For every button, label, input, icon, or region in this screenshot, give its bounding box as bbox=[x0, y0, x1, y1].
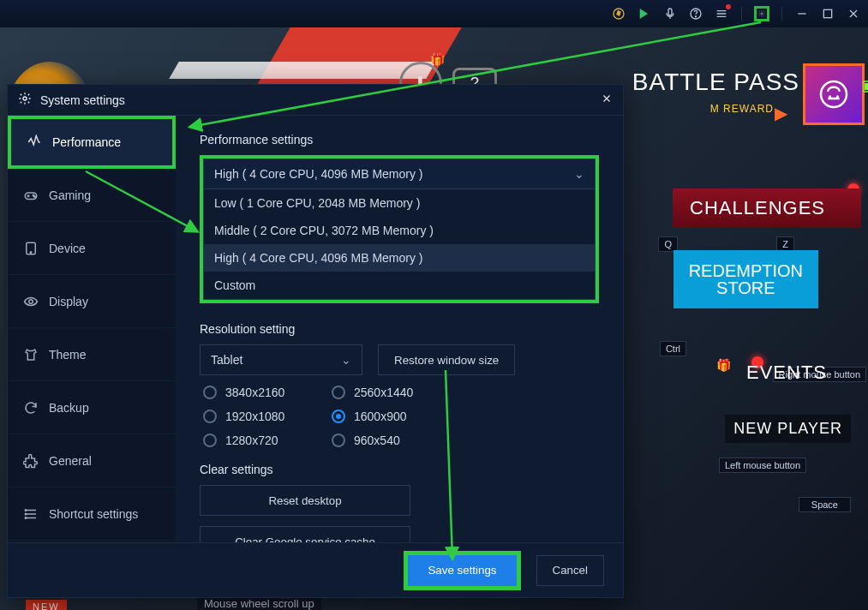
compass-icon[interactable] bbox=[611, 6, 626, 21]
resolution-1600x900[interactable]: 1600x900 bbox=[332, 410, 460, 423]
redemption-line2: STORE bbox=[716, 278, 775, 297]
sidebar-item-theme[interactable]: Theme bbox=[8, 328, 176, 381]
key-hint-space: Space bbox=[799, 497, 851, 512]
maximize-icon[interactable] bbox=[820, 6, 835, 21]
svg-point-15 bbox=[30, 251, 32, 253]
save-settings-button[interactable]: Save settings bbox=[408, 555, 516, 586]
performance-selected-label: High ( 4 Core CPU, 4096 MB Memory ) bbox=[214, 167, 423, 181]
dialog-footer: Save settings Cancel bbox=[8, 542, 623, 597]
gear-icon bbox=[18, 92, 32, 108]
performance-option-middle[interactable]: Middle ( 2 Core CPU, 3072 MB Memory ) bbox=[204, 217, 595, 244]
key-hint-ctrl: Ctrl bbox=[660, 341, 686, 356]
sidebar-item-backup[interactable]: Backup bbox=[8, 381, 176, 434]
titlebar bbox=[0, 0, 868, 27]
performance-heading: Performance settings bbox=[200, 133, 599, 147]
sidebar-item-gaming[interactable]: Gaming bbox=[8, 169, 176, 222]
resolution-radio-group: 3840x2160 2560x1440 1920x1080 1600x900 1… bbox=[203, 386, 599, 447]
gift-icon: 🎁 bbox=[430, 52, 445, 66]
svg-rect-1 bbox=[668, 9, 672, 15]
close-window-icon[interactable] bbox=[846, 6, 861, 21]
minimize-icon[interactable] bbox=[794, 6, 810, 21]
resolution-1920x1080[interactable]: 1920x1080 bbox=[203, 410, 332, 423]
sidebar-item-label: Performance bbox=[52, 135, 121, 149]
redemption-line1: REDEMPTION bbox=[689, 261, 803, 280]
sidebar-item-device[interactable]: Device bbox=[8, 222, 176, 275]
resolution-device-label: Tablet bbox=[211, 353, 242, 367]
svg-point-18 bbox=[25, 513, 27, 515]
redemption-store-panel[interactable]: REDEMPTION STORE bbox=[673, 250, 818, 308]
svg-point-16 bbox=[29, 299, 33, 303]
chevron-down-icon: ⌄ bbox=[341, 353, 351, 367]
sidebar-item-shortcut[interactable]: Shortcut settings bbox=[8, 487, 176, 541]
sidebar-item-label: Gaming bbox=[49, 188, 91, 202]
restore-window-button[interactable]: Restore window size bbox=[378, 344, 515, 375]
dialog-close-icon[interactable] bbox=[601, 93, 613, 107]
battlepass-card[interactable] bbox=[803, 63, 865, 125]
resolution-960x540[interactable]: 960x540 bbox=[332, 434, 460, 447]
challenges-panel[interactable]: CHALLENGES bbox=[673, 188, 861, 228]
gift-icon: 🎁 bbox=[716, 358, 731, 372]
dialog-title: System settings bbox=[40, 93, 125, 107]
svg-point-13 bbox=[34, 195, 36, 197]
new-badge: NEW bbox=[26, 600, 67, 610]
svg-rect-8 bbox=[865, 83, 868, 90]
performance-options-list: Low ( 1 Core CPU, 2048 MB Memory ) Middl… bbox=[203, 189, 596, 300]
reset-desktop-button[interactable]: Reset desktop bbox=[200, 485, 410, 516]
settings-gear-icon[interactable] bbox=[754, 6, 769, 21]
resolution-device-select[interactable]: Tablet ⌄ bbox=[200, 344, 362, 375]
sidebar-item-label: Display bbox=[49, 295, 88, 308]
svg-point-17 bbox=[25, 509, 27, 511]
settings-sidebar: Performance Gaming Device Display Theme … bbox=[8, 116, 176, 542]
resolution-1280x720[interactable]: 1280x720 bbox=[203, 434, 332, 447]
svg-point-19 bbox=[25, 517, 27, 518]
sidebar-item-display[interactable]: Display bbox=[8, 275, 176, 328]
newplayer-panel[interactable]: NEW PLAYER bbox=[725, 415, 851, 443]
key-hint-lmb: Left mouse button bbox=[719, 458, 806, 473]
battery-icon bbox=[863, 81, 868, 95]
sidebar-item-label: Theme bbox=[49, 348, 87, 362]
play-store-icon[interactable] bbox=[637, 6, 652, 21]
performance-selected[interactable]: High ( 4 Core CPU, 4096 MB Memory ) ⌄ bbox=[203, 158, 596, 189]
sidebar-item-general[interactable]: General bbox=[8, 434, 176, 487]
performance-option-high[interactable]: High ( 4 Core CPU, 4096 MB Memory ) bbox=[204, 244, 595, 272]
dialog-titlebar: System settings bbox=[8, 85, 623, 116]
events-panel[interactable]: EVENTS bbox=[746, 362, 827, 384]
resolution-3840x2160[interactable]: 3840x2160 bbox=[203, 386, 332, 399]
svg-point-4 bbox=[761, 13, 763, 15]
battlepass-subtitle: M REWARD bbox=[710, 103, 774, 115]
menu-icon[interactable] bbox=[714, 6, 729, 21]
system-settings-dialog: System settings Performance Gaming Devic… bbox=[7, 84, 624, 598]
svg-point-6 bbox=[821, 81, 847, 107]
performance-dropdown[interactable]: High ( 4 Core CPU, 4096 MB Memory ) ⌄ Lo… bbox=[200, 155, 599, 303]
mic-icon[interactable] bbox=[662, 6, 678, 21]
sidebar-item-label: Shortcut settings bbox=[49, 507, 138, 521]
clear-heading: Clear settings bbox=[200, 463, 599, 476]
svg-point-10 bbox=[23, 97, 27, 100]
svg-rect-5 bbox=[823, 9, 831, 17]
resolution-heading: Resolution setting bbox=[200, 322, 599, 336]
performance-option-custom[interactable]: Custom bbox=[204, 272, 595, 299]
chevron-down-icon: ⌄ bbox=[574, 167, 584, 181]
svg-point-3 bbox=[695, 16, 696, 17]
chevron-right-icon: ▶ bbox=[775, 103, 787, 123]
help-icon[interactable] bbox=[688, 6, 703, 21]
sidebar-item-label: Device bbox=[49, 242, 86, 255]
performance-option-low[interactable]: Low ( 1 Core CPU, 2048 MB Memory ) bbox=[204, 189, 595, 217]
sidebar-item-performance[interactable]: Performance bbox=[8, 116, 176, 169]
settings-content: Performance settings High ( 4 Core CPU, … bbox=[176, 116, 623, 542]
clear-cache-button[interactable]: Clear Google service cache bbox=[200, 526, 410, 542]
sidebar-item-label: General bbox=[49, 454, 92, 468]
resolution-2560x1440[interactable]: 2560x1440 bbox=[332, 386, 460, 399]
sidebar-item-label: Backup bbox=[49, 401, 89, 415]
battlepass-title: BATTLE PASS bbox=[632, 69, 799, 96]
cancel-button[interactable]: Cancel bbox=[536, 555, 605, 586]
